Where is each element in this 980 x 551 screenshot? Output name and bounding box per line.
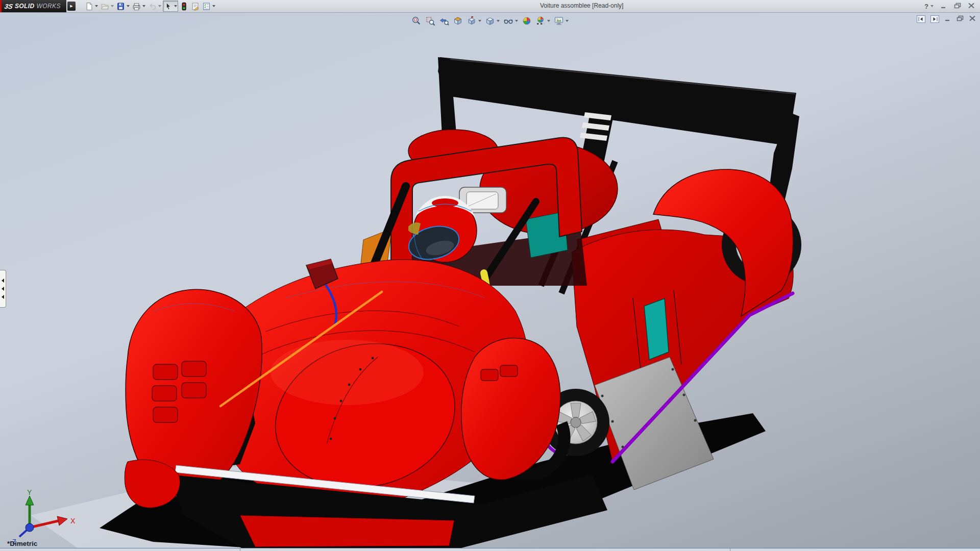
pane-collapse-left-button[interactable] <box>917 15 925 23</box>
arrow-left-icon <box>2 279 4 283</box>
doc-restore-button[interactable] <box>957 14 964 23</box>
display-style-button[interactable] <box>484 15 500 27</box>
options-button[interactable] <box>201 1 216 12</box>
previous-view-icon <box>439 16 449 26</box>
arrow-right-icon <box>934 17 936 21</box>
rebuild-traffic-light-icon <box>180 2 188 11</box>
window-controls: ? <box>924 1 975 11</box>
save-button[interactable] <box>115 1 131 12</box>
apply-scene-button[interactable] <box>535 15 551 27</box>
undo-button[interactable] <box>147 1 162 12</box>
view-orientation-button[interactable] <box>466 15 482 27</box>
rebuild-button[interactable] <box>179 1 189 12</box>
pane-collapse-right-button[interactable] <box>930 15 939 23</box>
feature-pane-collapsed-tab[interactable] <box>0 270 6 308</box>
chevron-down-icon[interactable] <box>547 20 550 22</box>
file-properties-button[interactable] <box>190 1 201 12</box>
standard-toolbar <box>84 1 216 12</box>
help-label: ? <box>924 3 928 10</box>
view-orientation-label: *Dimetric <box>7 540 37 547</box>
toolbar-overflow-button[interactable]: ▶ <box>67 2 76 11</box>
zoom-to-fit-button[interactable] <box>411 15 422 27</box>
orientation-triad: Y X Z <box>3 487 90 547</box>
brand-name-light: WORKS <box>37 3 61 10</box>
minimize-button[interactable] <box>940 2 947 11</box>
triad-x-label: X <box>70 517 76 525</box>
restore-button[interactable] <box>954 2 961 11</box>
chevron-down-icon[interactable] <box>566 20 569 22</box>
chevron-down-icon[interactable] <box>478 20 481 22</box>
title-bar: 3S SOLIDWORKS ▶ <box>0 0 980 13</box>
chevron-down-icon[interactable] <box>158 5 161 7</box>
document-window-controls <box>917 14 976 23</box>
close-button[interactable] <box>968 2 975 11</box>
eyeglasses-icon <box>503 16 513 26</box>
open-document-button[interactable] <box>100 1 115 12</box>
arrow-left-icon <box>920 17 923 21</box>
section-view-button[interactable] <box>452 15 463 27</box>
print-button[interactable] <box>131 1 146 12</box>
model-race-car[interactable] <box>0 12 980 551</box>
status-divider <box>240 548 240 551</box>
previous-view-button[interactable] <box>438 15 450 27</box>
appearance-ball-icon <box>522 16 532 26</box>
restore-icon <box>958 18 962 21</box>
close-icon <box>970 16 975 21</box>
view-settings-button[interactable] <box>553 15 569 27</box>
restore-icon <box>955 5 959 8</box>
arrow-left-icon <box>2 295 4 299</box>
chevron-down-icon[interactable] <box>111 5 114 7</box>
edit-appearance-button[interactable] <box>521 15 532 27</box>
graphics-viewport[interactable]: Y X Z *Dimetric <box>0 12 980 551</box>
zoom-to-area-button[interactable] <box>425 15 436 27</box>
triad-y-label: Y <box>27 488 32 496</box>
printer-icon <box>132 2 141 11</box>
new-document-icon <box>85 2 93 11</box>
help-button[interactable]: ? <box>924 3 934 10</box>
options-checklist-icon <box>202 2 211 11</box>
solidworks-logo: 3S SOLIDWORKS <box>0 0 66 12</box>
solidworks-window: 3S SOLIDWORKS ▶ <box>0 0 980 551</box>
display-style-icon <box>485 16 495 26</box>
open-folder-icon <box>101 2 109 11</box>
view-settings-monitor-icon <box>554 16 564 26</box>
zoom-to-fit-icon <box>411 16 422 26</box>
select-cursor-icon <box>164 2 173 11</box>
solidworks-logo-icon: 3S <box>4 3 13 10</box>
doc-close-button[interactable] <box>969 14 976 23</box>
chevron-down-icon[interactable] <box>930 5 934 7</box>
window-title: Voiture assomblee [Read-only] <box>540 2 623 9</box>
zoom-to-area-icon <box>425 16 435 26</box>
chevron-down-icon[interactable] <box>497 20 500 22</box>
section-view-icon <box>453 16 463 26</box>
chevron-down-icon[interactable] <box>515 20 518 22</box>
arrow-left-icon <box>2 287 4 291</box>
hide-show-items-button[interactable] <box>503 15 519 27</box>
chevron-down-icon[interactable] <box>95 5 98 7</box>
graphics-area[interactable] <box>0 12 980 551</box>
chevron-down-icon[interactable] <box>212 5 215 7</box>
undo-arrow-icon <box>148 2 157 11</box>
status-divider <box>730 548 730 551</box>
chevron-down-icon[interactable] <box>127 5 130 7</box>
heads-up-view-toolbar <box>411 15 569 27</box>
brand-name-bold: SOLID <box>15 3 35 10</box>
front-right-fender[interactable] <box>461 338 565 480</box>
save-floppy-icon <box>116 2 125 11</box>
new-document-button[interactable] <box>84 1 99 12</box>
doc-minimize-button[interactable] <box>944 14 951 23</box>
file-properties-icon <box>191 2 200 11</box>
chevron-down-icon[interactable] <box>174 5 177 7</box>
view-orientation-icon <box>467 16 477 26</box>
select-button[interactable] <box>163 1 178 12</box>
status-bar-edge <box>0 548 980 551</box>
chevron-down-icon[interactable] <box>142 5 145 7</box>
apply-scene-icon <box>535 16 546 26</box>
close-icon <box>969 4 974 8</box>
